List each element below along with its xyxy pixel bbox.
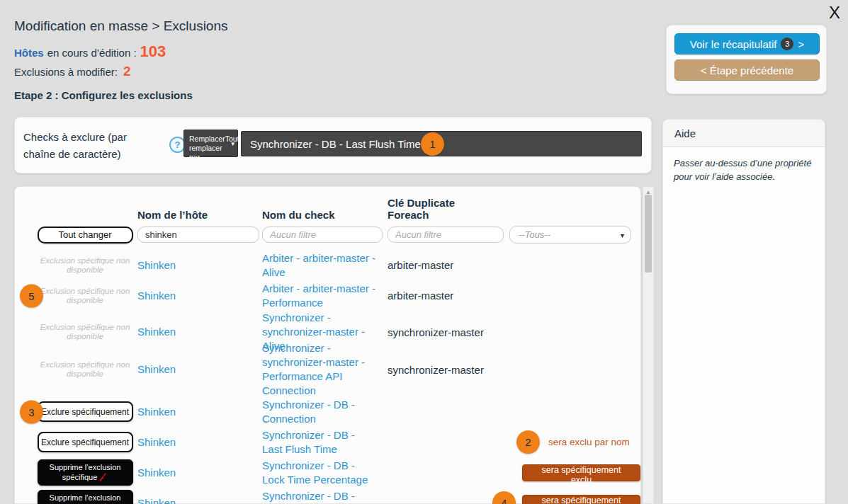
checks-label-line1: Checks à exclure (par	[23, 131, 127, 143]
foreach-filter-input[interactable]	[388, 227, 504, 243]
foreach-key: arbiter-master	[388, 290, 492, 302]
foreach-key: arbiter-master	[388, 259, 492, 271]
help-panel-title: Aide	[663, 120, 825, 147]
scrollbar-thumb[interactable]	[645, 195, 652, 273]
host-link[interactable]: Shinken	[137, 405, 176, 419]
help-panel-body: Passer au-dessus d’une propriété pour vo…	[663, 147, 825, 183]
hosts-link[interactable]: Hôtes	[14, 47, 44, 59]
foreach-select-value: --Tous--	[519, 229, 550, 240]
hosts-count: 103	[140, 42, 166, 61]
check-link[interactable]: Synchronizer - DB - Lock Time Percentage	[262, 459, 378, 487]
close-icon[interactable]: X	[825, 1, 844, 24]
table-row: Exclusion spécifique non disponible Shin…	[15, 250, 640, 280]
hosts-editing-label: en cours d’édition :	[47, 47, 137, 59]
arrow-right-icon: >	[798, 38, 804, 50]
table-row: 5 Exclusion spécifique non disponible Sh…	[15, 280, 640, 311]
annotation-marker-1: 1	[421, 132, 444, 156]
annotation-marker-2: 2	[516, 430, 540, 454]
annotation-marker-3: 3	[20, 400, 43, 423]
table-row: Supprime l’exclusion spécifique Shinken …	[15, 457, 640, 488]
check-filter-input[interactable]	[262, 227, 383, 243]
exclusion-unavailable-label: Exclusion spécifique non disponible	[35, 256, 135, 275]
exclude-specifically-button[interactable]: Exclure spécifiquement	[38, 432, 133, 452]
host-link[interactable]: Shinken	[137, 466, 176, 480]
foreach-key: synchronizer-master	[388, 326, 492, 338]
host-link[interactable]: Shinken	[137, 435, 176, 449]
host-link[interactable]: Shinken	[137, 362, 176, 377]
checks-to-exclude-label: Checks à exclure (par chaîne de caractèr…	[23, 129, 158, 163]
foreach-key: synchronizer-master	[388, 364, 492, 376]
table-body: Exclusion spécifique non disponible Shin…	[15, 250, 640, 504]
remove-exclusion-button[interactable]: Supprime l’exclusion spécifique	[38, 490, 133, 504]
host-link[interactable]: Shinken	[137, 325, 176, 339]
table-row: Exclure spécifiquement Shinken Synchroni…	[15, 427, 640, 457]
view-summary-button[interactable]: Voir le récapitulatif 3 >	[674, 33, 820, 55]
column-header-host: Nom de l’hôte	[137, 209, 262, 221]
vertical-scrollbar[interactable]: ▲	[643, 186, 654, 504]
replace-mode-dropdown[interactable]: RemplacerTout remplacer par ▾	[183, 130, 238, 157]
annotation-marker-5: 5	[20, 284, 43, 307]
host-link[interactable]: Shinken	[137, 289, 176, 303]
chevron-down-icon: ▾	[621, 227, 624, 244]
broom-icon	[98, 472, 108, 482]
will-be-excluded-badge: sera spécifiquement exclu	[522, 495, 640, 504]
change-all-button[interactable]: Tout changer	[38, 227, 133, 244]
replace-mode-line2: remplacer par	[189, 144, 222, 161]
wizard-nav-panel: Voir le récapitulatif 3 > < Étape précéd…	[666, 25, 827, 94]
table-header-row: Nom de l’hôte Nom du check Clé Duplicate…	[15, 187, 640, 221]
checks-to-exclude-panel: Checks à exclure (par chaîne de caractèr…	[14, 117, 652, 173]
check-link[interactable]: Arbiter - arbiter-master - Alive	[262, 251, 378, 280]
will-be-excluded-badge: sera spécifiquement exclu	[522, 464, 640, 481]
remove-exclusion-label: Supprime l’exclusion spécifique	[50, 463, 121, 481]
column-header-foreach: Clé Duplicate Foreach	[388, 197, 492, 221]
table-row: Exclusion spécifique non disponible Shin…	[15, 311, 640, 341]
help-panel: Aide Passer au-dessus d’une propriété po…	[662, 119, 825, 504]
step-title: Etape 2 : Configurez les exclusions	[14, 89, 193, 101]
checks-label-line2: chaîne de caractère)	[23, 148, 121, 160]
view-summary-label: Voir le récapitulatif	[690, 38, 777, 50]
hosts-editing-line: Hôtes en cours d’édition : 103	[14, 42, 166, 61]
remove-exclusion-button[interactable]: Supprime l’exclusion spécifique	[38, 459, 133, 486]
exclude-specifically-button[interactable]: Exclure spécifiquement	[38, 401, 133, 422]
table-row: 3 Exclure spécifiquement Shinken Synchro…	[15, 396, 640, 427]
host-filter-input[interactable]	[137, 227, 259, 243]
previous-step-button[interactable]: < Étape précédente	[674, 59, 820, 81]
exclusions-count: 2	[123, 64, 131, 79]
exclusion-unavailable-label: Exclusion spécifique non disponible	[35, 323, 135, 341]
foreach-select[interactable]: --Tous-- ▾	[509, 226, 631, 244]
table-filter-row: Tout changer --Tous-- ▾	[15, 226, 640, 244]
exclusion-unavailable-label: Exclusion spécifique non disponible	[35, 360, 135, 379]
chevron-down-icon: ▾	[231, 139, 234, 149]
host-link[interactable]: Shinken	[137, 496, 176, 504]
exclusions-line: Exclusions à modifier: 2	[14, 64, 130, 79]
annotation-marker-4: 4	[492, 491, 516, 504]
column-header-check: Nom du check	[262, 209, 388, 221]
check-link[interactable]: Synchronizer - DB - Connection	[262, 398, 378, 426]
table-row: Exclusion spécifique non disponible Shin…	[15, 341, 640, 396]
host-link[interactable]: Shinken	[137, 258, 176, 273]
check-link[interactable]: Arbiter - arbiter-master - Performance	[262, 282, 378, 310]
status-text: sera exclu par nom	[548, 437, 630, 447]
exclusions-label: Exclusions à modifier:	[14, 66, 118, 78]
table-row: Supprime l’exclusion spécifique Shinken …	[15, 488, 640, 504]
check-link[interactable]: Synchronizer - DB - Open Connections	[262, 489, 378, 504]
summary-count-badge: 3	[781, 38, 793, 50]
check-link[interactable]: Synchronizer - DB - Last Flush Time	[262, 428, 378, 457]
exclusions-table: Nom de l’hôte Nom du check Clé Duplicate…	[14, 186, 641, 504]
check-link[interactable]: Synchronizer - synchronizer-master - Per…	[262, 341, 378, 398]
remove-exclusion-label: Supprime l’exclusion spécifique	[50, 493, 121, 504]
page-title: Modification en masse > Exclusions	[14, 18, 228, 34]
exclusion-unavailable-label: Exclusion spécifique non disponible	[35, 287, 135, 305]
